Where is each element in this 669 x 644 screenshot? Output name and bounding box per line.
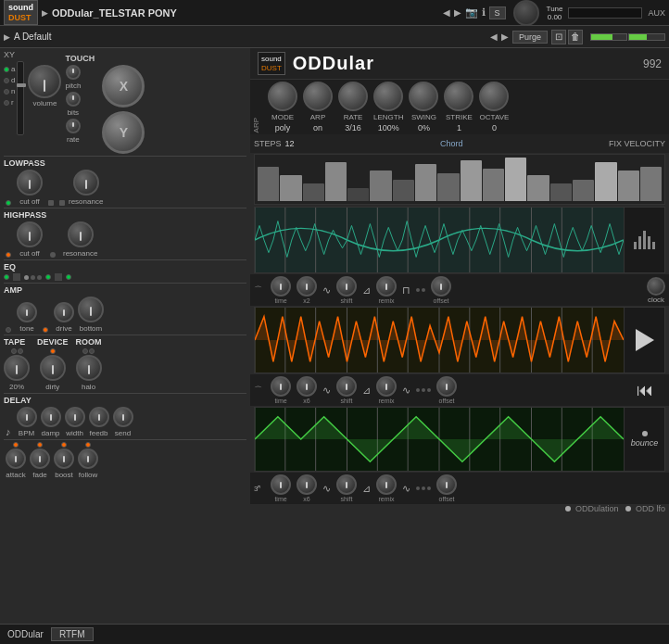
- swing-knob[interactable]: [409, 82, 438, 111]
- attack-knob[interactable]: [6, 448, 26, 469]
- step-2[interactable]: [280, 175, 301, 201]
- rtfm-button[interactable]: RTFM: [51, 627, 94, 641]
- boost-knob[interactable]: [54, 448, 74, 469]
- next-patch-btn[interactable]: ▶: [454, 7, 461, 18]
- tape-led2[interactable]: [18, 348, 23, 354]
- lowpass-led[interactable]: [6, 200, 11, 206]
- bits-knob[interactable]: [66, 92, 81, 107]
- eq-led3[interactable]: [66, 274, 71, 280]
- prev-patch-btn[interactable]: ◀: [443, 7, 450, 18]
- send-knob[interactable]: [113, 407, 133, 427]
- lfo2-time-knob[interactable]: [271, 376, 291, 397]
- damp-knob[interactable]: [41, 407, 61, 427]
- boost-led[interactable]: [61, 442, 67, 448]
- follow-led[interactable]: [85, 442, 91, 448]
- grid-view-btn[interactable]: ⊡: [551, 30, 566, 44]
- lfo3-offset-knob[interactable]: [436, 474, 457, 495]
- lfo1-offset-knob[interactable]: [431, 276, 451, 297]
- mode-knob[interactable]: [268, 82, 297, 111]
- tape-knob[interactable]: [4, 355, 30, 381]
- device-knob[interactable]: [40, 355, 66, 381]
- xy-d-led[interactable]: [4, 78, 9, 83]
- step-5[interactable]: [347, 188, 369, 201]
- purge-button[interactable]: Purge: [512, 31, 548, 44]
- step-1[interactable]: [258, 167, 279, 202]
- s-button[interactable]: S: [489, 6, 506, 19]
- amp-bottom-knob[interactable]: [78, 297, 104, 322]
- highpass-cutoff-knob[interactable]: [17, 221, 43, 247]
- next-preset-btn[interactable]: ▶: [501, 32, 509, 42]
- vel-5[interactable]: [618, 170, 639, 201]
- lfo3-x6-knob[interactable]: [297, 474, 317, 495]
- rate-knob[interactable]: [66, 119, 81, 133]
- xy-r-led[interactable]: [4, 100, 9, 106]
- xy-slider[interactable]: [17, 61, 24, 135]
- eq-led[interactable]: [4, 274, 9, 280]
- lfo3-shift-knob[interactable]: [336, 474, 357, 495]
- step-9[interactable]: [437, 173, 459, 202]
- delete-btn[interactable]: 🗑: [568, 30, 583, 44]
- octave-knob[interactable]: [479, 82, 509, 111]
- follow-knob[interactable]: [78, 448, 98, 469]
- prev-preset-btn[interactable]: ◀: [490, 32, 498, 42]
- lfo2-offset-knob[interactable]: [436, 376, 457, 397]
- room-led1[interactable]: [82, 348, 88, 354]
- highpass-resonance-knob[interactable]: [68, 221, 94, 247]
- amp-led2[interactable]: [43, 327, 48, 333]
- lfo1-shift-knob[interactable]: [336, 276, 357, 297]
- arp-knob[interactable]: [303, 82, 333, 111]
- step-11[interactable]: [483, 169, 504, 201]
- amp-tone-knob[interactable]: [17, 302, 37, 322]
- y-knob[interactable]: Y: [102, 111, 145, 154]
- step-3[interactable]: [303, 183, 324, 201]
- lowpass-resonance-knob[interactable]: [73, 170, 99, 196]
- amp-led[interactable]: [6, 327, 11, 333]
- room-led2[interactable]: [89, 348, 95, 354]
- vel-2[interactable]: [550, 183, 572, 201]
- tune-knob[interactable]: [513, 0, 539, 26]
- attack-led[interactable]: [13, 442, 19, 448]
- vel-6[interactable]: [640, 167, 662, 202]
- play-button[interactable]: [625, 307, 665, 373]
- vel-4[interactable]: [595, 162, 616, 201]
- highpass-led[interactable]: [6, 252, 11, 258]
- step-12[interactable]: [505, 158, 526, 201]
- step-10[interactable]: [461, 160, 482, 202]
- clock-knob[interactable]: [647, 277, 665, 296]
- amp-drive-knob[interactable]: [54, 302, 74, 322]
- x-knob[interactable]: X: [102, 65, 145, 107]
- pitch-knob[interactable]: [66, 65, 81, 80]
- length-knob[interactable]: [373, 82, 403, 111]
- info-icon[interactable]: ℹ: [482, 6, 486, 19]
- rewind-button[interactable]: ⏮: [625, 381, 665, 400]
- rate-arp-knob[interactable]: [338, 82, 368, 111]
- chord-btn[interactable]: Chord: [440, 139, 463, 148]
- tape-led1[interactable]: [11, 348, 17, 354]
- xy-a-led[interactable]: [4, 67, 9, 72]
- bpm-knob[interactable]: [17, 407, 37, 427]
- lfo1-x2-knob[interactable]: [297, 276, 317, 297]
- lfo1-remix-knob[interactable]: [376, 276, 397, 297]
- volume-knob[interactable]: [28, 65, 61, 98]
- fade-knob[interactable]: [30, 448, 50, 469]
- step-6[interactable]: [370, 170, 391, 201]
- lfo3-time-knob[interactable]: [271, 474, 291, 495]
- step-7[interactable]: [393, 180, 414, 202]
- eq-led2[interactable]: [45, 274, 51, 280]
- device-led[interactable]: [50, 348, 56, 354]
- step-8[interactable]: [415, 164, 436, 201]
- lowpass-cutoff-knob[interactable]: [17, 170, 43, 196]
- feedb-knob[interactable]: [89, 407, 109, 427]
- vel-1[interactable]: [527, 175, 549, 201]
- camera-icon[interactable]: 📷: [465, 6, 478, 19]
- fade-led[interactable]: [37, 442, 43, 448]
- strike-knob[interactable]: [444, 82, 473, 111]
- xy-n-led[interactable]: [4, 89, 9, 95]
- lfo1-time-knob[interactable]: [271, 276, 291, 297]
- width-knob[interactable]: [65, 407, 85, 427]
- room-knob[interactable]: [76, 355, 102, 381]
- lfo3-remix-knob[interactable]: [376, 474, 397, 495]
- lfo2-shift-knob[interactable]: [336, 376, 357, 397]
- vel-3[interactable]: [573, 180, 594, 202]
- step-4[interactable]: [325, 162, 347, 201]
